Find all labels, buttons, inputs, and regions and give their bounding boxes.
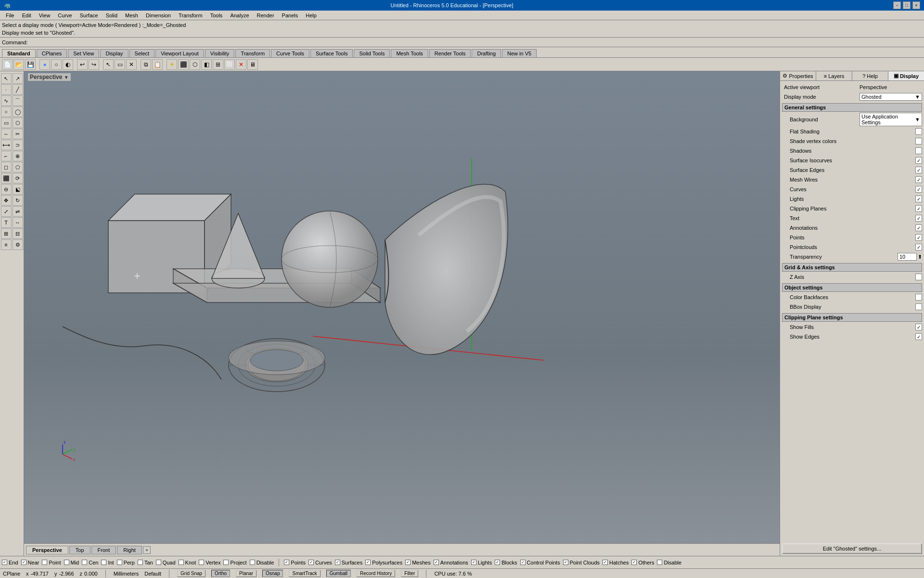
transparency-input[interactable] [898,253,917,261]
lt-move[interactable]: ✥ [1,195,12,206]
lt-mirror[interactable]: ⇌ [13,206,23,217]
tab-drafting[interactable]: Drafting [472,49,501,57]
mid-checkbox[interactable] [64,560,69,565]
lt-props[interactable]: ⚙ [13,239,23,250]
filter-hatches-cb[interactable] [603,560,608,565]
tab-setview[interactable]: Set View [68,49,99,57]
transparency-spinner[interactable]: ⬆ [918,254,922,260]
disable-checkbox[interactable] [250,560,255,565]
menu-dimension[interactable]: Dimension [142,12,175,19]
perp-checkbox[interactable] [117,560,122,565]
tb-select[interactable]: ↖ [103,59,114,70]
show-edges-checkbox[interactable] [915,333,922,340]
lt-dim[interactable]: ↔ [13,217,23,228]
maximize-button[interactable]: □ [903,1,911,9]
filter-curves-cb[interactable] [308,560,314,565]
annotations-checkbox[interactable] [915,224,922,231]
background-dropdown[interactable]: Use Application Settings ▼ [860,113,922,126]
tab-viewport-layout[interactable]: Viewport Layout [155,49,204,57]
tab-visibility[interactable]: Visibility [205,49,235,57]
tan-checkbox[interactable] [138,560,143,565]
text-checkbox[interactable] [915,215,922,222]
lt-extend[interactable]: ⟷ [1,140,12,150]
lt-join[interactable]: ⊕ [13,151,23,161]
filter-annotations-cb[interactable] [434,560,439,565]
menu-curve[interactable]: Curve [54,12,76,19]
lt-fillet[interactable]: ⌐ [1,151,12,161]
vp-tab-perspective[interactable]: Perspective [26,546,68,554]
3d-canvas[interactable]: x y z [24,71,780,543]
rp-tab-help[interactable]: ? Help [852,71,888,80]
lt-rect[interactable]: ▭ [1,118,12,128]
menu-file[interactable]: File [2,12,18,19]
lt-point[interactable]: · [1,84,12,95]
menu-render[interactable]: Render [253,12,278,19]
tb-sun[interactable]: ☀ [167,59,177,70]
tab-transform[interactable]: Transform [235,49,270,57]
tb-redo[interactable]: ↪ [89,59,99,70]
filter-cp-cb[interactable] [520,560,526,565]
lt-shell[interactable]: ⬕ [13,184,23,195]
tb-window[interactable]: ▭ [115,59,125,70]
bbox-display-checkbox[interactable] [915,303,922,310]
tab-select[interactable]: Select [129,49,155,57]
vertex-checkbox[interactable] [199,560,204,565]
z-axis-checkbox[interactable] [915,274,922,280]
menu-panels[interactable]: Panels [278,12,302,19]
filter-lights-cb[interactable] [471,560,476,565]
tb-grid[interactable]: ⊞ [213,59,223,70]
lt-line[interactable]: ╱ [13,84,23,95]
tab-cplanes[interactable]: CPlanes [37,49,67,57]
tb-cross[interactable]: ✕ [236,59,246,70]
gumball-button[interactable]: Gumball [326,570,351,577]
lt-analyze2[interactable]: ⊟ [13,228,23,239]
menu-view[interactable]: View [35,12,54,19]
point-checkbox[interactable] [42,560,47,565]
filter-button[interactable]: Filter [401,570,418,577]
int-checkbox[interactable] [101,560,106,565]
tb-undo[interactable]: ↩ [77,59,88,70]
lt-polygon[interactable]: ⬡ [13,118,23,128]
show-fills-checkbox[interactable] [915,324,922,330]
tb-render3[interactable]: ◐ [63,59,73,70]
tb-render2[interactable]: ○ [51,59,62,70]
menu-help[interactable]: Help [302,12,321,19]
rp-tab-display[interactable]: ▣ Display [888,71,924,80]
filter-polysurfaces-cb[interactable] [365,560,371,565]
project-checkbox[interactable] [223,560,229,565]
lt-boolean[interactable]: ⊖ [1,184,12,195]
vp-tab-right[interactable]: Right [117,546,142,554]
osnap-button[interactable]: Osnap [262,570,283,577]
shadows-checkbox[interactable] [915,147,922,154]
tab-new-v5[interactable]: New in V5 [502,49,537,57]
lt-layers[interactable]: ≡ [1,239,12,250]
smarttrack-button[interactable]: SmartTrack [289,570,320,577]
tb-save[interactable]: 💾 [25,59,36,70]
lt-freeform[interactable]: ～ [1,129,12,139]
near-checkbox[interactable] [21,560,26,565]
tb-paste[interactable]: 📋 [152,59,163,70]
edit-ghosted-button[interactable]: Edit "Ghosted" settings... [782,543,922,554]
lt-extrude[interactable]: ⬛ [1,173,12,184]
menu-transform[interactable]: Transform [175,12,206,19]
tb-copy[interactable]: ⧉ [141,59,151,70]
surface-edges-checkbox[interactable] [915,167,922,173]
tb-render[interactable]: ● [39,59,50,70]
tb-screen[interactable]: 🖥 [247,59,258,70]
tb-perspective[interactable]: ⬜ [224,59,235,70]
record-history-button[interactable]: Record History [357,570,395,577]
tab-standard[interactable]: Standard [2,49,36,57]
lt-scale[interactable]: ⤢ [1,206,12,217]
quad-checkbox[interactable] [156,560,161,565]
filter-points-cb[interactable] [284,560,289,565]
lt-text[interactable]: T [1,217,12,228]
lt-select2[interactable]: ↗ [13,73,23,84]
shade-vertex-checkbox[interactable] [915,138,922,144]
rp-tab-layers[interactable]: ≡ Layers [816,71,852,80]
lt-revolve[interactable]: ⟳ [13,173,23,184]
lt-loft[interactable]: ⬠ [13,162,23,172]
display-mode-dropdown[interactable]: Ghosted ▼ [860,93,922,101]
menu-tools[interactable]: Tools [206,12,227,19]
tab-render-tools[interactable]: Render Tools [429,49,471,57]
menu-analyze[interactable]: Analyze [226,12,253,19]
